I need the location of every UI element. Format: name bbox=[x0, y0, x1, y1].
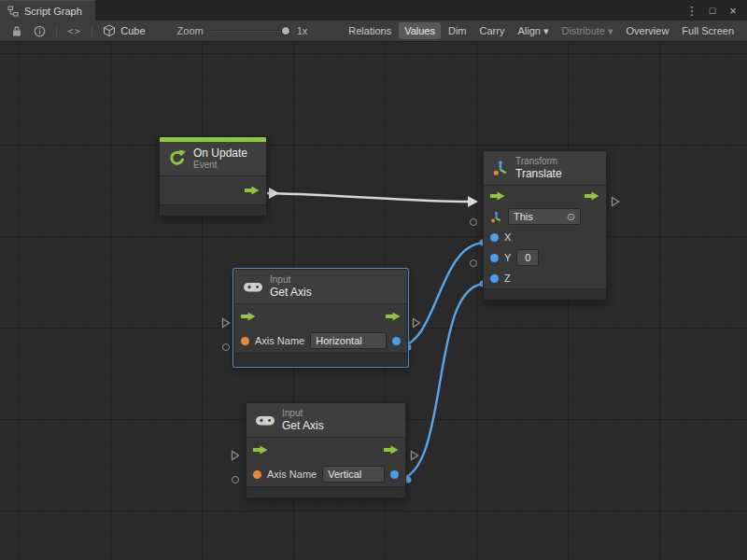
zoom-label: Zoom bbox=[177, 25, 204, 36]
node-title: Get Axis bbox=[282, 419, 324, 432]
code-view-icon[interactable]: <> bbox=[62, 21, 87, 41]
x-label: X bbox=[504, 231, 511, 243]
relations-button[interactable]: Relations bbox=[343, 22, 397, 39]
value-output-port[interactable] bbox=[390, 470, 399, 479]
on-update-flow-row bbox=[160, 176, 266, 204]
value-input-marker-axis-vertical[interactable] bbox=[232, 476, 239, 483]
values-button[interactable]: Values bbox=[399, 22, 441, 39]
toolbar-divider bbox=[92, 25, 92, 37]
translate-flow-row bbox=[484, 186, 606, 206]
hollow-circle-icon bbox=[232, 476, 239, 483]
target-label: Cube bbox=[120, 25, 145, 36]
flow-input-marker-axis-horizontal[interactable] bbox=[221, 317, 231, 329]
get-axis-horizontal-titles: Input Get Axis bbox=[270, 274, 312, 299]
window-menu-icon[interactable]: ⋮ bbox=[684, 2, 700, 19]
cube-icon bbox=[103, 24, 116, 37]
on-update-titles: On Update Event bbox=[193, 147, 247, 171]
this-target-field[interactable]: This ⊙ bbox=[508, 208, 581, 225]
script-graph-window: Script Graph ⋮ □ × <> bbox=[0, 0, 747, 560]
overview-button[interactable]: Overview bbox=[621, 22, 675, 39]
node-title: Translate bbox=[515, 167, 562, 180]
code-glyph: <> bbox=[67, 25, 81, 37]
axis-name-field[interactable]: Horizontal bbox=[310, 332, 387, 349]
flow-input-port[interactable] bbox=[241, 312, 256, 321]
y-value-field[interactable]: 0 bbox=[516, 249, 539, 266]
node-get-axis-vertical[interactable]: Input Get Axis Axis Name Vertical bbox=[246, 402, 406, 498]
lock-icon[interactable] bbox=[6, 21, 28, 41]
node-subtitle: Event bbox=[193, 160, 247, 171]
value-output-port[interactable] bbox=[392, 337, 401, 345]
axis-name-input-port[interactable] bbox=[241, 337, 249, 345]
translate-header[interactable]: Transform Translate bbox=[484, 151, 606, 186]
node-footer bbox=[160, 204, 266, 216]
node-category: Input bbox=[282, 408, 324, 419]
close-icon[interactable]: × bbox=[725, 2, 741, 19]
get-axis-horizontal-flow-row bbox=[234, 304, 407, 329]
value-input-marker-axis-horizontal[interactable] bbox=[222, 343, 230, 351]
hollow-circle-icon bbox=[470, 218, 477, 226]
carry-button[interactable]: Carry bbox=[474, 22, 511, 39]
flow-output-port[interactable] bbox=[384, 445, 399, 455]
on-update-header[interactable]: On Update Event bbox=[160, 142, 266, 176]
zoom-control: Zoom 1x bbox=[177, 25, 308, 36]
hollow-triangle-icon bbox=[412, 317, 421, 329]
control-wire-arrowhead-start bbox=[269, 188, 279, 199]
flow-input-port[interactable] bbox=[490, 191, 505, 201]
object-picker-icon[interactable]: ⊙ bbox=[567, 210, 575, 223]
hollow-triangle-icon bbox=[611, 196, 620, 207]
flow-output-port[interactable] bbox=[245, 186, 260, 195]
hollow-triangle-icon bbox=[410, 450, 419, 461]
full-screen-button[interactable]: Full Screen bbox=[676, 22, 740, 39]
z-input-port[interactable] bbox=[490, 274, 499, 283]
node-on-update[interactable]: On Update Event bbox=[159, 136, 267, 217]
this-field-value: This bbox=[514, 210, 533, 223]
get-axis-vertical-header[interactable]: Input Get Axis bbox=[247, 403, 405, 438]
node-category: Input bbox=[270, 274, 312, 286]
translate-x-row: X bbox=[484, 227, 606, 247]
value-wire-horizontal-to-x[interactable] bbox=[396, 243, 486, 347]
node-category: Transform bbox=[515, 156, 562, 167]
node-title: On Update bbox=[193, 147, 247, 160]
hollow-triangle-icon bbox=[231, 450, 240, 461]
axis-name-input-port[interactable] bbox=[253, 470, 261, 479]
axis-name-field[interactable]: Vertical bbox=[322, 466, 385, 483]
x-input-port[interactable] bbox=[490, 233, 499, 242]
translate-this-row: This ⊙ bbox=[484, 206, 606, 227]
align-dropdown[interactable]: Align ▾ bbox=[512, 22, 554, 40]
zoom-slider-handle[interactable] bbox=[281, 26, 290, 35]
maximize-icon[interactable]: □ bbox=[704, 2, 721, 19]
node-footer bbox=[247, 486, 405, 497]
flow-output-marker-axis-vertical[interactable] bbox=[410, 450, 419, 461]
flow-output-marker-translate[interactable] bbox=[611, 196, 620, 207]
translate-titles: Transform Translate bbox=[515, 156, 562, 180]
toolbar-buttons: Relations Values Dim Carry Align ▾ Distr… bbox=[343, 22, 741, 40]
transform-gizmo-icon bbox=[492, 160, 509, 176]
distribute-dropdown[interactable]: Distribute ▾ bbox=[556, 22, 618, 40]
flow-output-marker-axis-horizontal[interactable] bbox=[412, 317, 421, 329]
this-input-marker-translate[interactable] bbox=[470, 218, 477, 226]
zoom-slider[interactable] bbox=[210, 25, 290, 36]
flow-input-port[interactable] bbox=[253, 445, 268, 455]
tab-label: Script Graph bbox=[24, 6, 82, 17]
flow-output-port[interactable] bbox=[386, 312, 401, 321]
graph-canvas[interactable]: On Update Event Tran bbox=[0, 42, 747, 560]
graph-target-selector[interactable]: Cube bbox=[97, 24, 150, 37]
flow-output-port[interactable] bbox=[585, 191, 599, 201]
zoom-value: 1x bbox=[297, 25, 308, 36]
tab-script-graph[interactable]: Script Graph bbox=[0, 0, 95, 21]
node-get-axis-horizontal[interactable]: Input Get Axis Axis Name Horizontal bbox=[233, 269, 408, 367]
info-icon[interactable] bbox=[28, 21, 51, 41]
get-axis-vertical-flow-row bbox=[247, 438, 405, 462]
flow-input-marker-axis-vertical[interactable] bbox=[231, 450, 240, 461]
node-footer bbox=[234, 353, 407, 366]
get-axis-horizontal-header[interactable]: Input Get Axis bbox=[234, 270, 407, 304]
dim-button[interactable]: Dim bbox=[443, 22, 472, 39]
z-label: Z bbox=[504, 273, 511, 284]
control-wire[interactable] bbox=[260, 193, 470, 202]
y-input-marker-translate[interactable] bbox=[470, 259, 477, 267]
node-translate[interactable]: Transform Translate bbox=[483, 150, 607, 301]
y-input-port[interactable] bbox=[490, 254, 499, 262]
axis-name-label: Axis Name bbox=[255, 335, 304, 346]
zoom-slider-track[interactable] bbox=[210, 30, 290, 32]
translate-z-row: Z bbox=[484, 268, 606, 288]
